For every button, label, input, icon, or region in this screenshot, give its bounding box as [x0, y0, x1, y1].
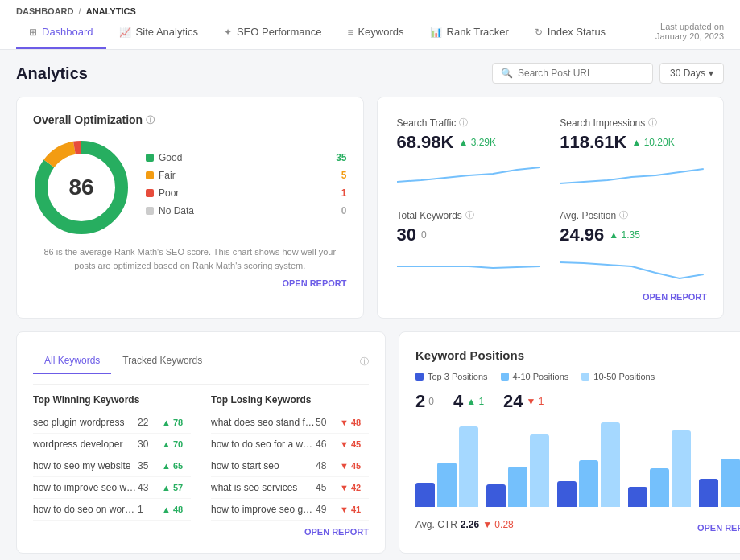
top-navigation: DASHBOARD / ANALYTICS ⊞ Dashboard 📈 Site… — [0, 0, 740, 50]
search-icon: 🔍 — [501, 68, 513, 79]
bar-top3-1 — [486, 484, 506, 507]
legend-poor: Poor 1 — [146, 187, 347, 199]
chevron-down-icon: ▾ — [709, 68, 713, 79]
traffic-change: ▲ 3.29K — [458, 137, 496, 148]
kp-legend: Top 3 Positions 4-10 Positions 10-50 Pos… — [415, 372, 740, 381]
tab-dashboard[interactable]: ⊞ Dashboard — [16, 16, 106, 49]
site-analytics-icon: 📈 — [119, 27, 131, 38]
donut-score: 86 — [68, 175, 93, 200]
opt-open-report[interactable]: OPEN REPORT — [33, 278, 347, 288]
legend-nodata: No Data 0 — [146, 205, 347, 216]
position-info-icon[interactable]: ⓘ — [619, 209, 628, 221]
page-title: Analytics — [16, 64, 88, 83]
losing-kw-3: what is seo services 45 ▼ 42 — [211, 477, 369, 499]
ctr-value: 2.26 — [461, 519, 479, 530]
overall-optimization-card: Overall Optimization ⓘ 86 — [16, 97, 364, 319]
winning-kw-2: how to seo my website 35 ▲ 65 — [33, 455, 191, 477]
kp-metrics: 2 0 4 ▲ 1 24 ▼ 1 — [415, 391, 740, 412]
bar-low-2 — [601, 422, 620, 507]
search-stats-card: Search Traffic ⓘ 68.98K ▲ 3.29K — [377, 97, 725, 319]
bar-top3-4 — [699, 479, 718, 507]
dashboard-icon: ⊞ — [29, 27, 37, 38]
keyword-positions-card: Keyword Positions Top 3 Positions 4-10 P… — [399, 331, 740, 554]
tab-dashboard-label: Dashboard — [42, 26, 93, 38]
losing-kw-1: how to do seo for a website 46 ▼ 45 — [211, 434, 369, 455]
traffic-value: 68.98K ▲ 3.29K — [397, 132, 541, 153]
bar-group-3 — [628, 422, 691, 507]
bar-low-3 — [672, 430, 691, 507]
traffic-label: Search Traffic ⓘ — [397, 117, 541, 129]
opt-info-icon[interactable]: ⓘ — [146, 114, 155, 126]
search-input[interactable] — [518, 68, 644, 79]
fair-value: 5 — [341, 170, 347, 181]
tab-index-status[interactable]: ↻ Index Status — [522, 16, 618, 49]
traffic-mini-chart — [397, 158, 541, 190]
date-filter-dropdown[interactable]: 30 Days ▾ — [659, 63, 724, 84]
bar-top3-2 — [557, 481, 577, 507]
search-box[interactable]: 🔍 — [492, 63, 653, 84]
stats-open-report[interactable]: OPEN REPORT — [394, 292, 708, 302]
bar-group-0 — [415, 422, 478, 507]
last-updated: Last updated on January 20, 2023 — [655, 14, 724, 49]
kw-info-icon[interactable]: ⓘ — [360, 356, 369, 368]
low-dot — [581, 373, 589, 381]
good-value: 35 — [336, 152, 346, 163]
keywords-info-icon[interactable]: ⓘ — [465, 209, 474, 221]
impressions-label: Search Impressions ⓘ — [560, 117, 704, 129]
losing-header: Top Losing Keywords — [211, 394, 369, 406]
kp-footer: Avg. CTR 2.26 ▼ 0.28 OPEN REPORT — [415, 517, 740, 533]
keywords-card: All Keywords Tracked Keywords ⓘ Top Winn… — [16, 331, 386, 554]
legend-10-50: 10-50 Positions — [581, 372, 655, 381]
tab-bar: ⊞ Dashboard 📈 Site Analytics ✦ SEO Perfo… — [16, 16, 618, 49]
bar-group-1 — [486, 422, 549, 507]
winning-header: Top Winning Keywords — [33, 394, 191, 406]
opt-description: 86 is the average Rank Math's SEO score.… — [33, 245, 347, 272]
winning-kw-3: how to improve seo wordp... 43 ▲ 57 — [33, 477, 191, 499]
bar-group-4 — [699, 422, 740, 507]
kw-open-report[interactable]: OPEN REPORT — [33, 527, 369, 537]
bar-group-2 — [557, 422, 620, 507]
impressions-mini-chart — [560, 158, 704, 190]
position-mini-chart — [560, 250, 704, 282]
kp-metric-0: 2 0 — [415, 391, 434, 412]
winning-kw-1: wordpress developer 30 ▲ 70 — [33, 434, 191, 455]
top3-dot — [415, 373, 424, 381]
winning-kw-4: how to do seo on wordpress 1 ▲ 48 — [33, 499, 191, 521]
bar-mid-3 — [650, 468, 669, 507]
tab-keywords[interactable]: ≡ Keywords — [334, 16, 416, 49]
bar-top3-0 — [415, 483, 435, 507]
tab-site-analytics[interactable]: 📈 Site Analytics — [106, 16, 211, 49]
donut-chart: 86 — [33, 139, 130, 236]
kw-tab-tracked[interactable]: Tracked Keywords — [111, 348, 213, 374]
traffic-info-icon[interactable]: ⓘ — [459, 117, 468, 129]
kw-tab-all[interactable]: All Keywords — [33, 348, 111, 374]
kp-open-report[interactable]: OPEN REPORT — [697, 523, 740, 533]
search-traffic-block: Search Traffic ⓘ 68.98K ▲ 3.29K — [394, 113, 544, 193]
keywords-change: 0 — [421, 229, 427, 241]
position-change: ▲ 1.35 — [609, 229, 640, 241]
breadcrumb-current: ANALYTICS — [86, 6, 136, 16]
keywords-label: Total Keywords ⓘ — [397, 209, 541, 221]
losing-keywords-section: Top Losing Keywords what does seo stand … — [211, 394, 369, 521]
impressions-info-icon[interactable]: ⓘ — [648, 117, 657, 129]
tab-seo-performance[interactable]: ✦ SEO Performance — [211, 16, 335, 49]
tab-seo-performance-label: SEO Performance — [237, 26, 322, 38]
kw-footer: OPEN REPORT — [33, 527, 369, 537]
position-label: Avg. Position ⓘ — [560, 209, 704, 221]
avg-position-block: Avg. Position ⓘ 24.96 ▲ 1.35 — [556, 206, 707, 286]
tab-index-status-label: Index Status — [548, 26, 606, 38]
bar-mid-4 — [721, 459, 740, 507]
poor-value: 1 — [341, 187, 347, 199]
ctr-change: ▼ 0.28 — [482, 519, 514, 530]
position-value: 24.96 ▲ 1.35 — [560, 224, 704, 245]
rank-tracker-icon: 📊 — [430, 27, 442, 38]
index-status-icon: ↻ — [535, 27, 543, 38]
bar-mid-2 — [579, 460, 598, 507]
bar-top3-3 — [628, 487, 647, 507]
tab-rank-tracker[interactable]: 📊 Rank Tracker — [417, 16, 522, 49]
losing-kw-2: how to start seo 48 ▼ 45 — [211, 455, 369, 477]
good-dot — [146, 154, 154, 162]
search-impressions-block: Search Impressions ⓘ 118.61K ▲ 10.20K — [556, 113, 707, 193]
legend-4-10: 4-10 Positions — [501, 372, 569, 381]
ctr-stat: Avg. CTR 2.26 ▼ 0.28 — [415, 519, 514, 530]
